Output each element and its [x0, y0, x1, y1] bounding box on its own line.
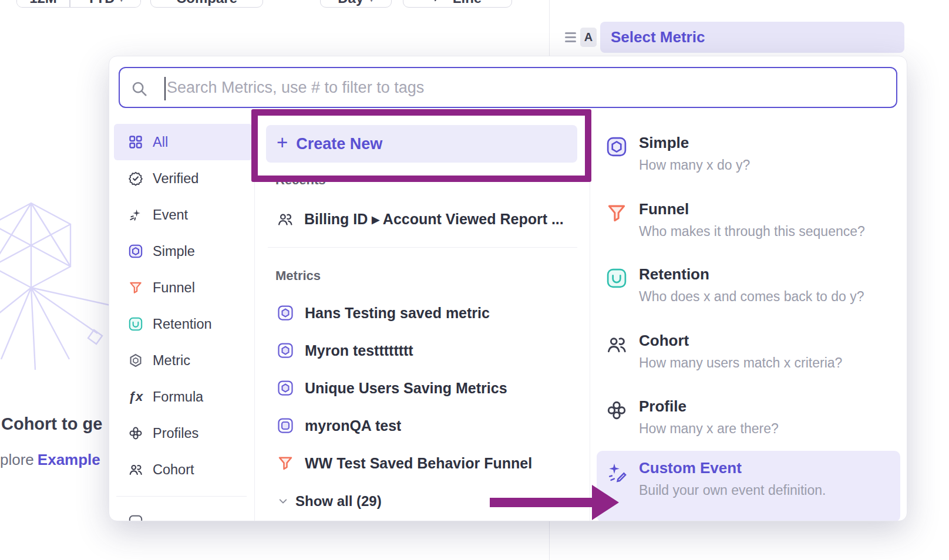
saved-board-icon — [277, 417, 294, 434]
profiles-flower-icon — [605, 397, 629, 450]
chevron-down-icon: ▾ — [119, 0, 124, 6]
saved-metric-icon — [277, 379, 294, 397]
compare-button[interactable]: Compare — [150, 0, 263, 8]
empty-state-headline-fragment: Cohort to ge — [1, 414, 102, 434]
column-divider — [590, 115, 590, 521]
cohort-people-icon — [605, 332, 629, 384]
metric-type-simple[interactable]: SimpleHow many x do y? — [597, 126, 900, 187]
category-sidebar: All Verified Event Simple Funnel Retenti… — [109, 124, 254, 521]
chevron-down-icon — [278, 496, 288, 507]
metric-type-profile[interactable]: ProfileHow many x are there? — [597, 389, 900, 450]
metric-type-funnel[interactable]: FunnelWho makes it through this sequence… — [597, 192, 900, 253]
metric-hexagon-icon — [128, 353, 143, 368]
sidebar-item-verified[interactable]: Verified — [114, 160, 253, 197]
search-box — [119, 67, 897, 108]
metric-list-item[interactable]: WW Test Saved Behavior Funnel — [266, 444, 577, 482]
metric-type-cohort[interactable]: CohortHow many users match x criteria? — [597, 323, 900, 384]
plus-icon: + — [277, 134, 288, 151]
divider — [268, 247, 577, 248]
grid-icon — [128, 134, 143, 150]
line-chart-icon — [433, 0, 447, 6]
metric-row-letter-badge: A — [580, 28, 597, 47]
metric-type-retention[interactable]: RetentionWho does x and comes back to do… — [597, 257, 900, 318]
create-new-button[interactable]: + Create New — [266, 125, 577, 163]
retention-icon — [128, 316, 143, 332]
range-12m-button[interactable]: 12M — [17, 0, 69, 7]
event-spark-icon — [128, 207, 143, 222]
metrics-header: Metrics — [275, 268, 321, 284]
saved-metric-icon — [277, 342, 294, 359]
sidebar-item-retention[interactable]: Retention — [114, 306, 253, 342]
rounded-square-icon — [128, 514, 143, 521]
search-input[interactable] — [120, 68, 896, 107]
funnel-icon — [605, 200, 629, 253]
verified-badge-icon — [128, 171, 143, 186]
saved-metric-icon — [277, 304, 294, 322]
recent-item[interactable]: Billing ID ▸ Account Viewed Report ... — [266, 201, 577, 237]
range-ytd-button[interactable]: YTD▾ — [70, 0, 141, 7]
sidebar-item-partial[interactable] — [114, 504, 253, 521]
sidebar-item-profiles[interactable]: Profiles — [114, 415, 253, 451]
metric-type-custom-event[interactable]: Custom EventBuild your own event definit… — [597, 451, 900, 521]
sidebar-item-metric[interactable]: Metric — [114, 342, 253, 379]
divider — [116, 496, 247, 497]
funnel-icon — [277, 454, 294, 472]
simple-metric-icon — [605, 134, 629, 187]
metric-list-item[interactable]: Myron testttttttt — [266, 332, 577, 369]
simple-metric-icon — [128, 244, 143, 259]
chevron-down-icon: ▾ — [369, 0, 374, 6]
metric-picker-modal: All Verified Event Simple Funnel Retenti… — [109, 56, 907, 521]
empty-state-explore-line: ploreExample — [0, 451, 100, 469]
interval-day-button[interactable]: Day▾ — [320, 0, 392, 8]
sidebar-item-simple[interactable]: Simple — [114, 233, 253, 269]
app-window: 12M YTD▾ Compare Day▾ Line Cohort to ge … — [0, 0, 949, 560]
chart-type-line-button[interactable]: Line — [403, 0, 512, 8]
recents-header: Recents — [275, 173, 326, 188]
sidebar-item-funnel[interactable]: Funnel — [114, 269, 253, 306]
metric-list-item[interactable]: Hans Testing saved metric — [266, 294, 577, 332]
metric-list-item[interactable]: myronQA test — [266, 407, 577, 444]
sidebar-item-formula[interactable]: ƒx Formula — [114, 379, 253, 415]
select-metric-field[interactable]: Select Metric — [600, 22, 904, 53]
funnel-icon — [128, 280, 143, 295]
formula-icon: ƒx — [128, 389, 143, 404]
sidebar-item-event[interactable]: Event — [114, 197, 253, 233]
cohort-people-icon — [277, 211, 294, 228]
sidebar-item-cohort[interactable]: Cohort — [114, 451, 253, 488]
cohort-people-icon — [128, 462, 143, 477]
retention-icon — [605, 265, 629, 318]
custom-event-icon — [605, 459, 629, 521]
sidebar-item-all[interactable]: All — [114, 124, 253, 160]
show-all-button[interactable]: Show all (29) — [278, 491, 382, 512]
profiles-flower-icon — [128, 426, 143, 441]
metric-list-item[interactable]: Unique Users Saving Metrics — [266, 369, 577, 407]
drag-handle-icon[interactable] — [565, 32, 576, 42]
column-divider — [254, 115, 255, 521]
example-reports-link[interactable]: Example — [38, 451, 100, 468]
date-range-segmented-control: 12M YTD▾ — [16, 0, 141, 8]
